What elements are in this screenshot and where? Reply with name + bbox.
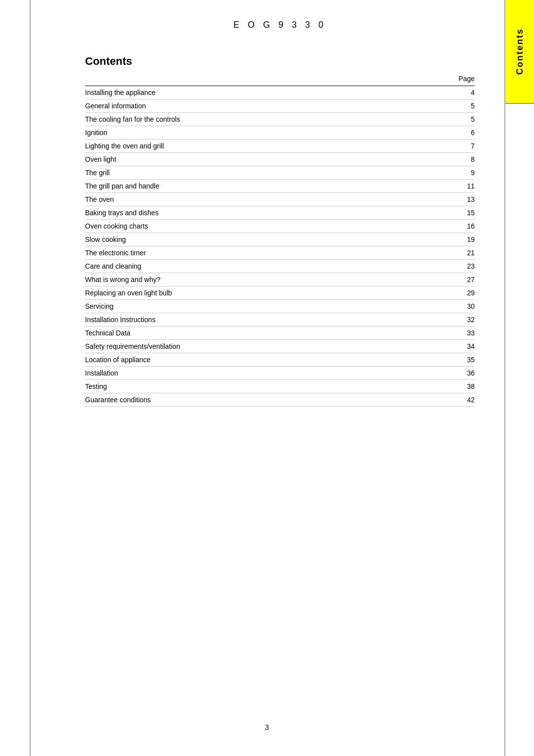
- table-row: The cooling fan for the controls5: [85, 113, 475, 126]
- table-row: Oven light8: [85, 153, 475, 166]
- table-row: Baking trays and dishes15: [85, 206, 475, 220]
- toc-item-page: 11: [413, 180, 475, 193]
- toc-item-label: Servicing: [85, 300, 413, 313]
- toc-item-page: 21: [413, 246, 475, 260]
- toc-item-label: Guarantee conditions: [85, 393, 413, 407]
- toc-item-page: 15: [413, 206, 475, 220]
- toc-item-label: Lighting the oven and grill: [85, 140, 413, 153]
- table-row: Installation Instructions32: [85, 313, 475, 327]
- table-row: The grill9: [85, 166, 475, 180]
- contents-heading: Contents: [85, 55, 475, 68]
- toc-item-page: 9: [413, 166, 475, 180]
- right-border: [504, 0, 505, 756]
- toc-item-page: 23: [413, 260, 475, 273]
- table-row: Installation36: [85, 367, 475, 380]
- table-row: Testing38: [85, 380, 475, 393]
- table-row: Slow cooking19: [85, 233, 475, 246]
- col-header-page: Page: [413, 74, 475, 86]
- toc-item-label: The grill pan and handle: [85, 180, 413, 193]
- toc-item-label: Replacing an oven light bulb: [85, 286, 413, 300]
- toc-item-page: 13: [413, 193, 475, 206]
- table-row: Care and cleaning23: [85, 260, 475, 273]
- toc-item-label: Installation Instructions: [85, 313, 413, 327]
- toc-item-page: 5: [413, 113, 475, 126]
- table-row: Location of appliance35: [85, 353, 475, 367]
- side-tab: Contents: [505, 0, 534, 104]
- toc-item-page: 33: [413, 327, 475, 340]
- toc-item-page: 8: [413, 153, 475, 166]
- table-row: Installing the appliance4: [85, 86, 475, 99]
- table-row: The oven13: [85, 193, 475, 206]
- toc-item-label: Installation: [85, 367, 413, 380]
- toc-item-page: 34: [413, 340, 475, 353]
- table-row: Ignition6: [85, 126, 475, 140]
- toc-item-label: Technical Data: [85, 327, 413, 340]
- table-row: Lighting the oven and grill7: [85, 140, 475, 153]
- table-row: Replacing an oven light bulb29: [85, 286, 475, 300]
- page-number: 3: [265, 723, 269, 731]
- toc-item-label: Location of appliance: [85, 353, 413, 367]
- table-row: The electronic timer21: [85, 246, 475, 260]
- table-row: Technical Data33: [85, 327, 475, 340]
- toc-item-page: 16: [413, 220, 475, 233]
- main-content: E O G 9 3 3 0 Contents Page Installing t…: [31, 0, 504, 756]
- toc-item-label: Baking trays and dishes: [85, 206, 413, 220]
- toc-item-page: 6: [413, 126, 475, 140]
- toc-item-page: 32: [413, 313, 475, 327]
- table-row: The grill pan and handle11: [85, 180, 475, 193]
- toc-item-label: General information: [85, 99, 413, 113]
- table-row: Safety requirements/ventilation34: [85, 340, 475, 353]
- col-header-item: [85, 74, 413, 86]
- side-tab-label: Contents: [515, 28, 525, 75]
- toc-item-label: The electronic timer: [85, 246, 413, 260]
- toc-item-page: 5: [413, 99, 475, 113]
- toc-item-label: Ignition: [85, 126, 413, 140]
- toc-item-page: 27: [413, 273, 475, 286]
- toc-item-page: 4: [413, 86, 475, 99]
- table-row: Servicing30: [85, 300, 475, 313]
- toc-item-label: Oven light: [85, 153, 413, 166]
- toc-item-page: 29: [413, 286, 475, 300]
- toc-table: Page Installing the appliance4General in…: [85, 74, 475, 407]
- toc-item-label: Installing the appliance: [85, 86, 413, 99]
- table-row: What is wrong and why?27: [85, 273, 475, 286]
- toc-item-label: Testing: [85, 380, 413, 393]
- toc-item-label: What is wrong and why?: [85, 273, 413, 286]
- toc-item-label: The oven: [85, 193, 413, 206]
- toc-item-page: 30: [413, 300, 475, 313]
- toc-item-page: 19: [413, 233, 475, 246]
- toc-item-label: The cooling fan for the controls: [85, 113, 413, 126]
- table-row: Oven cooking charts16: [85, 220, 475, 233]
- toc-item-page: 42: [413, 393, 475, 407]
- toc-item-label: Care and cleaning: [85, 260, 413, 273]
- table-row: Guarantee conditions42: [85, 393, 475, 407]
- toc-item-page: 35: [413, 353, 475, 367]
- toc-item-label: Slow cooking: [85, 233, 413, 246]
- toc-item-page: 36: [413, 367, 475, 380]
- toc-item-page: 38: [413, 380, 475, 393]
- table-row: General information5: [85, 99, 475, 113]
- toc-item-label: The grill: [85, 166, 413, 180]
- book-title: E O G 9 3 3 0: [85, 20, 475, 30]
- toc-item-label: Safety requirements/ventilation: [85, 340, 413, 353]
- toc-item-page: 7: [413, 140, 475, 153]
- page-container: Contents E O G 9 3 3 0 Contents Page Ins…: [0, 0, 534, 756]
- toc-item-label: Oven cooking charts: [85, 220, 413, 233]
